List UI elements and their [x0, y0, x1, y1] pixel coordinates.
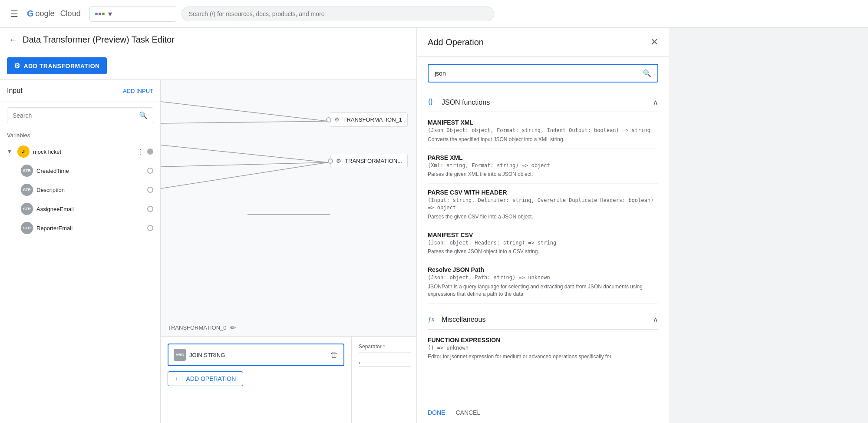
delete-button[interactable]: 🗑: [330, 350, 338, 360]
svg-line-2: [161, 145, 328, 162]
resolve-json-path-signature: (Json: object, Path: string) => unknown: [428, 274, 658, 281]
cancel-button[interactable]: CANCEL: [455, 409, 480, 416]
panel-search-box[interactable]: 🔍: [428, 64, 658, 83]
list-item[interactable]: STR AssigneeEmail: [0, 199, 160, 218]
join-string-node[interactable]: ABC JOIN STRING 🗑: [168, 344, 344, 366]
miscellaneous-category: ƒx Miscellaneous ∧: [428, 307, 658, 330]
svg-text:ƒx: ƒx: [428, 315, 435, 323]
transformation-2-label: TRANSFORMATION...: [345, 158, 402, 164]
misc-collapse-button[interactable]: ∧: [653, 315, 658, 324]
panel-search-input[interactable]: [435, 70, 639, 77]
expand-arrow-icon: ▼: [7, 149, 12, 155]
transformation-node-2[interactable]: ⚙ TRANSFORMATION...: [330, 154, 408, 168]
input-label: Input: [7, 87, 23, 95]
search-icon: 🔍: [139, 111, 148, 119]
google-cloud-logo: Google Cloud: [27, 9, 81, 19]
transformation-0-label: TRANSFORMATION_0 ✏: [168, 324, 236, 332]
json-badge: J: [17, 145, 30, 158]
plus-icon: +: [175, 375, 178, 382]
json-functions-title: {} JSON functions: [428, 96, 490, 108]
op-node-label: JOIN STRING: [189, 352, 225, 358]
parse-csv-description: Parses the given CSV file into a JSON ob…: [428, 213, 658, 221]
canvas: ⚙ TRANSFORMATION_1 ⚙ TRANSFORMATION... T…: [161, 80, 416, 423]
list-item[interactable]: STR Description: [0, 180, 160, 199]
title-bar: ← Data Transformer (Preview) Task Editor: [0, 28, 416, 52]
close-button[interactable]: ✕: [650, 36, 658, 48]
done-button[interactable]: DONE: [428, 409, 445, 416]
list-item[interactable]: FUNCTION EXPRESSION () => unknown Editor…: [428, 331, 658, 367]
fx-icon: ƒx: [428, 314, 437, 326]
panel-search-icon: 🔍: [643, 69, 651, 77]
parse-csv-name: PARSE CSV WITH HEADER: [428, 189, 658, 196]
dot-blue: [95, 13, 98, 15]
dot-red: [99, 13, 101, 15]
add-input-button[interactable]: + ADD INPUT: [118, 88, 153, 94]
back-button[interactable]: ←: [9, 35, 17, 45]
json-bracket-icon: {}: [428, 96, 437, 108]
add-operation-panel: Add Operation ✕ 🔍 {} JSON functions ∧: [417, 28, 669, 423]
transformation-node-1[interactable]: ⚙ TRANSFORMATION_1: [329, 112, 408, 127]
function-expression-signature: () => unknown: [428, 344, 658, 352]
edit-icon[interactable]: ✏: [230, 324, 236, 332]
manifest-xml-name: MANIFEST XML: [428, 119, 658, 126]
parse-xml-name: PARSE XML: [428, 154, 658, 161]
top-navigation: ☰ Google Cloud ▾: [0, 0, 868, 28]
svg-text:{}: {}: [428, 98, 433, 105]
main-content: ← Data Transformer (Preview) Task Editor…: [0, 28, 868, 423]
canvas-area: Input + ADD INPUT 🔍 Variables ▼ J mockTi…: [0, 80, 416, 423]
variables-search-box[interactable]: 🔍: [7, 107, 153, 123]
separator-label: Separator * ——————————: [359, 344, 411, 356]
list-item[interactable]: Resolve JSON Path (Json: object, Path: s…: [428, 261, 658, 303]
add-transformation-button[interactable]: ⚙ ADD TRANSFORMATION: [7, 57, 107, 74]
dot-green: [102, 13, 105, 15]
separator-value[interactable]: ,: [359, 357, 411, 367]
variable-connector: [147, 187, 153, 193]
node-connector-left-2: [328, 159, 333, 164]
list-item[interactable]: PARSE CSV WITH HEADER (Input: string, De…: [428, 184, 658, 226]
project-dots: [95, 13, 105, 15]
add-op-label: + ADD OPERATION: [181, 375, 236, 382]
panel-header: Add Operation ✕: [417, 28, 669, 57]
variable-name-reporteremail: ReporterEmail: [36, 225, 144, 231]
left-panel: ← Data Transformer (Preview) Task Editor…: [0, 28, 417, 423]
str-badge: STR: [21, 184, 33, 196]
list-item[interactable]: ▼ J mockTicket ⋮: [0, 142, 160, 161]
list-item[interactable]: PARSE XML (Xml: string, Format: string) …: [428, 149, 658, 184]
parse-xml-description: Parses the given XML file into a JSON ob…: [428, 171, 658, 178]
list-item[interactable]: STR CreatedTime: [0, 161, 160, 180]
transformation-0-name: TRANSFORMATION_0: [168, 324, 227, 331]
manifest-xml-signature: (Json Object: object, Format: string, In…: [428, 127, 658, 134]
list-item[interactable]: MANIFEST CSV (Json: object, Headers: str…: [428, 226, 658, 261]
str-badge: STR: [21, 203, 33, 215]
variable-name-description: Description: [36, 187, 144, 193]
variables-search-input[interactable]: [13, 112, 135, 119]
svg-line-4: [161, 162, 328, 188]
toolbar: ⚙ ADD TRANSFORMATION: [0, 52, 416, 80]
add-operation-button[interactable]: + + ADD OPERATION: [168, 371, 243, 386]
variable-menu-icon[interactable]: ⋮: [137, 148, 144, 156]
resolve-json-path-description: JSONPath is a query language for selecti…: [428, 283, 658, 298]
variables-panel: Input + ADD INPUT 🔍 Variables ▼ J mockTi…: [0, 80, 161, 423]
variable-name-assigneeemail: AssigneeEmail: [36, 206, 144, 212]
variable-connector: [147, 206, 153, 212]
resolve-json-path-name: Resolve JSON Path: [428, 266, 658, 273]
gear-icon-2: ⚙: [336, 158, 341, 164]
gear-icon: ⚙: [14, 62, 20, 70]
list-item[interactable]: MANIFEST XML (Json Object: object, Forma…: [428, 114, 658, 149]
json-functions-category: {} JSON functions ∧: [428, 89, 658, 112]
list-item[interactable]: STR ReporterEmail: [0, 218, 160, 238]
global-search-bar[interactable]: [182, 7, 494, 21]
variable-connector: [147, 149, 153, 155]
variables-section-label: Variables: [0, 129, 160, 142]
manifest-xml-description: Converts the specified input JSON object…: [428, 136, 658, 143]
variable-name-createdtime: CreatedTime: [36, 168, 144, 174]
project-selector[interactable]: ▾: [89, 6, 176, 22]
hamburger-menu[interactable]: ☰: [7, 5, 22, 23]
google-g: G: [27, 9, 34, 19]
global-search-input[interactable]: [189, 10, 487, 17]
str-badge: STR: [21, 165, 33, 177]
operation-right: Separator * —————————— , Array S: [352, 337, 416, 423]
input-header: Input + ADD INPUT: [0, 80, 160, 102]
json-collapse-button[interactable]: ∧: [653, 98, 658, 107]
parse-xml-signature: (Xml: string, Format: string) => object: [428, 162, 658, 169]
